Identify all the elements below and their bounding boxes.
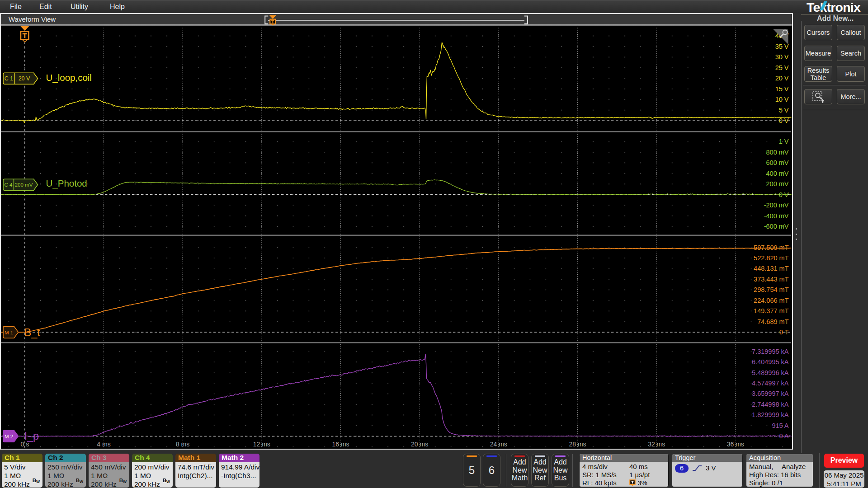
- svg-text:U_loop,coil: U_loop,coil: [46, 72, 92, 83]
- svg-text:149.377 mT: 149.377 mT: [754, 307, 789, 314]
- svg-text:15 V: 15 V: [775, 85, 789, 93]
- svg-text:200 mV: 200 mV: [766, 180, 789, 188]
- svg-text:448.131 mT: 448.131 mT: [754, 265, 789, 272]
- svg-text:1 V: 1 V: [779, 138, 789, 145]
- svg-text:4 ms: 4 ms: [97, 441, 110, 448]
- svg-text:600 mV: 600 mV: [766, 159, 789, 166]
- svg-text:M 1: M 1: [5, 330, 13, 335]
- svg-text:0 V: 0 V: [779, 117, 789, 124]
- svg-text:C 1: C 1: [5, 75, 14, 82]
- svg-text:3.659997 kA: 3.659997 kA: [752, 390, 789, 398]
- svg-text:25 V: 25 V: [775, 64, 789, 71]
- svg-text:8 ms: 8 ms: [176, 441, 189, 448]
- svg-text:915 A: 915 A: [772, 422, 788, 429]
- svg-text:0 A: 0 A: [779, 432, 789, 440]
- svg-text:M 2: M 2: [5, 434, 13, 439]
- svg-text:12 ms: 12 ms: [253, 441, 270, 448]
- svg-text:522.820 mT: 522.820 mT: [754, 254, 789, 262]
- svg-text:5.489996 kA: 5.489996 kA: [752, 369, 789, 376]
- svg-text:32 ms: 32 ms: [648, 441, 665, 448]
- svg-text:7.319995 kA: 7.319995 kA: [752, 348, 789, 355]
- svg-text:298.754 mT: 298.754 mT: [754, 286, 789, 293]
- svg-text:224.066 mT: 224.066 mT: [754, 297, 789, 304]
- svg-text:28 ms: 28 ms: [569, 441, 586, 448]
- svg-text:597.509 mT: 597.509 mT: [754, 244, 789, 251]
- svg-text:1.829999 kA: 1.829999 kA: [752, 411, 789, 418]
- svg-text:6.404995 kA: 6.404995 kA: [752, 358, 789, 366]
- svg-text:200 mV: 200 mV: [15, 182, 33, 188]
- svg-text:35 V: 35 V: [775, 43, 789, 50]
- svg-text:20 V: 20 V: [775, 75, 789, 82]
- svg-text:800 mV: 800 mV: [766, 149, 789, 156]
- svg-text:C 4: C 4: [5, 182, 13, 188]
- svg-text:U_Photod: U_Photod: [46, 178, 87, 189]
- svg-text:-400 mV: -400 mV: [764, 212, 789, 220]
- svg-text:20 ms: 20 ms: [411, 441, 428, 448]
- svg-text:24 ms: 24 ms: [490, 441, 507, 448]
- svg-text:I_p: I_p: [24, 430, 39, 442]
- svg-text:30 V: 30 V: [775, 53, 789, 61]
- svg-text:10 V: 10 V: [775, 96, 789, 103]
- svg-text:0 V: 0 V: [779, 191, 789, 198]
- svg-text:400 mV: 400 mV: [766, 170, 789, 177]
- svg-text:74.689 mT: 74.689 mT: [757, 318, 788, 325]
- svg-text:373.443 mT: 373.443 mT: [754, 276, 789, 283]
- svg-text:16 ms: 16 ms: [332, 441, 349, 448]
- svg-text:-200 mV: -200 mV: [764, 202, 789, 209]
- svg-text:0 T: 0 T: [779, 328, 789, 336]
- svg-text:5 V: 5 V: [779, 107, 789, 114]
- svg-text:B_t: B_t: [24, 327, 41, 338]
- svg-text:2.744998 kA: 2.744998 kA: [752, 401, 789, 408]
- svg-text:-600 mV: -600 mV: [764, 223, 789, 230]
- svg-text:4.574997 kA: 4.574997 kA: [752, 380, 789, 387]
- svg-text:36 ms: 36 ms: [727, 441, 744, 448]
- svg-text:20 V: 20 V: [19, 75, 30, 82]
